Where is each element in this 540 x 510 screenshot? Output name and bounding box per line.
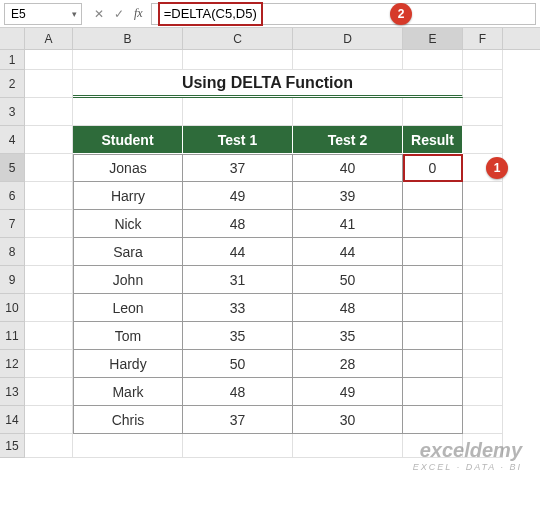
cell[interactable] (25, 154, 73, 182)
cell[interactable] (73, 50, 183, 70)
cell-student[interactable]: Chris (73, 406, 183, 434)
header-student[interactable]: Student (73, 126, 183, 154)
cell[interactable] (25, 98, 73, 126)
row-header[interactable]: 1 (0, 50, 25, 70)
cell-result[interactable] (403, 210, 463, 238)
cell[interactable] (463, 378, 503, 406)
cell-test1[interactable]: 37 (183, 154, 293, 182)
cell-test1[interactable]: 48 (183, 210, 293, 238)
cell-result[interactable] (403, 266, 463, 294)
cell-student[interactable]: Harry (73, 182, 183, 210)
cell[interactable] (293, 50, 403, 70)
cell[interactable] (25, 210, 73, 238)
cell-test2[interactable]: 41 (293, 210, 403, 238)
cell[interactable] (73, 434, 183, 458)
cell-student[interactable]: Hardy (73, 350, 183, 378)
col-header-C[interactable]: C (183, 28, 293, 49)
col-header-B[interactable]: B (73, 28, 183, 49)
fx-icon[interactable]: fx (134, 6, 143, 21)
dropdown-icon[interactable]: ▾ (72, 9, 77, 19)
cancel-icon[interactable]: ✕ (94, 7, 104, 21)
cell[interactable] (403, 434, 463, 458)
cell[interactable] (463, 350, 503, 378)
name-box[interactable]: E5 ▾ (4, 3, 82, 25)
row-header[interactable]: 5 (0, 154, 25, 182)
accept-icon[interactable]: ✓ (114, 7, 124, 21)
cell-test2[interactable]: 35 (293, 322, 403, 350)
cell-student[interactable]: Nick (73, 210, 183, 238)
col-header-D[interactable]: D (293, 28, 403, 49)
formula-input[interactable]: =DELTA(C5,D5) (151, 3, 536, 25)
cell-result-E5[interactable]: 0 (403, 154, 463, 182)
cell[interactable] (25, 434, 73, 458)
cell-test1[interactable]: 35 (183, 322, 293, 350)
cell-test2[interactable]: 28 (293, 350, 403, 378)
row-header[interactable]: 9 (0, 266, 25, 294)
cell-test2[interactable]: 44 (293, 238, 403, 266)
cell[interactable] (403, 50, 463, 70)
cell[interactable] (25, 294, 73, 322)
cell[interactable] (293, 434, 403, 458)
cell-student[interactable]: Sara (73, 238, 183, 266)
cell-result[interactable] (403, 322, 463, 350)
cell[interactable] (25, 50, 73, 70)
cell[interactable] (25, 238, 73, 266)
cell[interactable] (463, 50, 503, 70)
row-header[interactable]: 13 (0, 378, 25, 406)
row-header[interactable]: 2 (0, 70, 25, 98)
cell-student[interactable]: John (73, 266, 183, 294)
cell[interactable] (25, 406, 73, 434)
cell[interactable] (463, 98, 503, 126)
cell-test2[interactable]: 40 (293, 154, 403, 182)
row-header[interactable]: 12 (0, 350, 25, 378)
cell[interactable]: 1 (463, 154, 503, 182)
cell-result[interactable] (403, 238, 463, 266)
cell[interactable] (25, 378, 73, 406)
cell-test2[interactable]: 39 (293, 182, 403, 210)
cell-student[interactable]: Jonas (73, 154, 183, 182)
cell-result[interactable] (403, 182, 463, 210)
cell-student[interactable]: Mark (73, 378, 183, 406)
select-all-corner[interactable] (0, 28, 25, 49)
row-header[interactable]: 6 (0, 182, 25, 210)
title-cell[interactable]: Using DELTA Function (73, 70, 463, 98)
header-test1[interactable]: Test 1 (183, 126, 293, 154)
row-header[interactable]: 7 (0, 210, 25, 238)
col-header-E[interactable]: E (403, 28, 463, 49)
cell-result[interactable] (403, 294, 463, 322)
cell-result[interactable] (403, 406, 463, 434)
cell-test1[interactable]: 37 (183, 406, 293, 434)
cell[interactable] (403, 98, 463, 126)
cell[interactable] (25, 70, 73, 98)
row-header[interactable]: 15 (0, 434, 25, 458)
cell[interactable] (73, 98, 183, 126)
cell[interactable] (463, 238, 503, 266)
cell-test2[interactable]: 49 (293, 378, 403, 406)
cell-student[interactable]: Tom (73, 322, 183, 350)
row-header[interactable]: 8 (0, 238, 25, 266)
col-header-A[interactable]: A (25, 28, 73, 49)
header-test2[interactable]: Test 2 (293, 126, 403, 154)
cell-test1[interactable]: 31 (183, 266, 293, 294)
cell-test1[interactable]: 48 (183, 378, 293, 406)
cell[interactable] (183, 434, 293, 458)
cell[interactable] (463, 266, 503, 294)
cell[interactable] (463, 294, 503, 322)
cell-student[interactable]: Leon (73, 294, 183, 322)
header-result[interactable]: Result (403, 126, 463, 154)
cell-result[interactable] (403, 350, 463, 378)
cell[interactable] (463, 322, 503, 350)
row-header[interactable]: 10 (0, 294, 25, 322)
col-header-F[interactable]: F (463, 28, 503, 49)
cell[interactable] (25, 266, 73, 294)
cell[interactable] (293, 98, 403, 126)
cell[interactable] (463, 70, 503, 98)
cell[interactable] (183, 98, 293, 126)
row-header[interactable]: 3 (0, 98, 25, 126)
cell[interactable] (25, 182, 73, 210)
cell[interactable] (463, 406, 503, 434)
cell-result[interactable] (403, 378, 463, 406)
cell-test1[interactable]: 44 (183, 238, 293, 266)
cell-test1[interactable]: 33 (183, 294, 293, 322)
cell-test2[interactable]: 30 (293, 406, 403, 434)
